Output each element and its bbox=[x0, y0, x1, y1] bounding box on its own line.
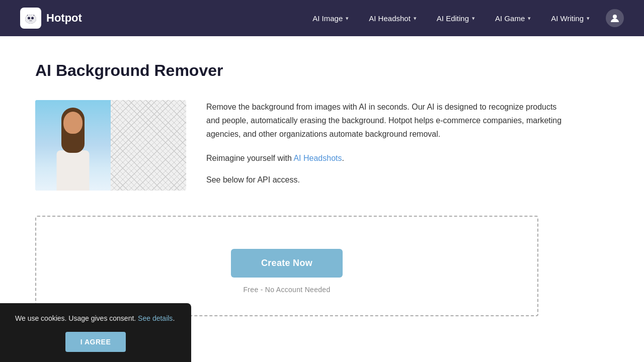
nav-label-ai-headshot: AI Headshot bbox=[369, 14, 411, 23]
nav-item-ai-game[interactable]: AI Game ▾ bbox=[487, 10, 539, 27]
nav-links: AI Image ▾ AI Headshot ▾ AI Editing ▾ AI… bbox=[304, 9, 624, 27]
intro-text-block: Remove the background from images with A… bbox=[206, 100, 569, 187]
user-avatar-button[interactable] bbox=[606, 9, 624, 27]
navbar: Hotpot AI Image ▾ AI Headshot ▾ AI Editi… bbox=[0, 0, 644, 36]
page-title: AI Background Remover bbox=[35, 61, 569, 80]
nav-label-ai-editing: AI Editing bbox=[437, 14, 469, 23]
svg-point-3 bbox=[25, 15, 36, 24]
demo-image-photo bbox=[35, 100, 111, 191]
reimagine-suffix: . bbox=[342, 154, 344, 162]
cookie-main-text: We use cookies. Usage gives consent. bbox=[15, 314, 138, 322]
nav-item-ai-image[interactable]: AI Image ▾ bbox=[304, 10, 357, 27]
nav-label-ai-writing: AI Writing bbox=[551, 14, 584, 23]
api-access-text: See below for API access. bbox=[206, 173, 569, 187]
svg-point-7 bbox=[613, 15, 617, 19]
chevron-down-icon: ▾ bbox=[346, 15, 349, 22]
nav-item-ai-headshot[interactable]: AI Headshot ▾ bbox=[361, 10, 425, 27]
cookie-agree-button[interactable]: I AGREE bbox=[65, 332, 126, 352]
intro-section: Remove the background from images with A… bbox=[35, 100, 569, 191]
demo-image-transparent bbox=[111, 100, 186, 191]
ai-headshots-link[interactable]: AI Headshots bbox=[293, 154, 342, 162]
nav-label-ai-game: AI Game bbox=[495, 14, 525, 23]
chevron-down-icon: ▾ bbox=[528, 15, 531, 22]
intro-reimagine-text: Reimagine yourself with AI Headshots. bbox=[206, 151, 569, 165]
svg-point-6 bbox=[29, 20, 32, 22]
nav-label-ai-image: AI Image bbox=[312, 14, 343, 23]
cookie-period: . bbox=[173, 314, 175, 322]
brand-logo-link[interactable]: Hotpot bbox=[20, 8, 82, 29]
intro-description: Remove the background from images with A… bbox=[206, 100, 569, 141]
chevron-down-icon: ▾ bbox=[472, 15, 475, 22]
cookie-banner: We use cookies. Usage gives consent. See… bbox=[0, 303, 191, 362]
cookie-text: We use cookies. Usage gives consent. See… bbox=[15, 313, 176, 324]
main-content: AI Background Remover bbox=[0, 36, 604, 341]
brand-logo-icon bbox=[20, 8, 41, 29]
svg-point-5 bbox=[31, 17, 34, 20]
nav-item-ai-writing[interactable]: AI Writing ▾ bbox=[543, 10, 598, 27]
chevron-down-icon: ▾ bbox=[587, 15, 590, 22]
cookie-see-details-link[interactable]: See details bbox=[138, 314, 173, 322]
upload-section: Create Now Free - No Account Needed bbox=[35, 216, 538, 316]
create-now-button[interactable]: Create Now bbox=[231, 249, 343, 278]
svg-point-4 bbox=[28, 17, 30, 20]
chevron-down-icon: ▾ bbox=[414, 15, 417, 22]
no-account-label: Free - No Account Needed bbox=[244, 286, 331, 294]
nav-item-ai-editing[interactable]: AI Editing ▾ bbox=[429, 10, 483, 27]
demo-image bbox=[35, 100, 186, 191]
reimagine-prefix: Reimagine yourself with bbox=[206, 154, 293, 162]
brand-name-text: Hotpot bbox=[46, 12, 82, 25]
